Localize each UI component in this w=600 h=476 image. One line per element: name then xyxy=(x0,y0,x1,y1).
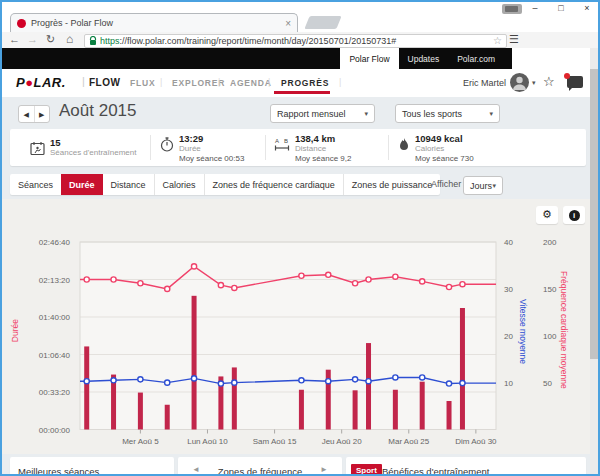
Vitesse moyenne-point[interactable] xyxy=(299,378,304,383)
Vitesse moyenne-point[interactable] xyxy=(111,378,116,383)
sport-badge[interactable]: Sport xyxy=(351,464,382,476)
Fréquence cardiaque moyenne-point[interactable] xyxy=(165,286,170,291)
flow-brand[interactable]: FLOW xyxy=(89,77,120,88)
duration-bar[interactable] xyxy=(366,343,371,429)
Vitesse moyenne-point[interactable] xyxy=(352,377,357,382)
stat-sessions: 15Séances d'entraînement xyxy=(30,134,136,158)
Vitesse moyenne-point[interactable] xyxy=(84,379,89,384)
url-text: https://flow.polar.com/training/report/t… xyxy=(100,36,490,46)
x-tick-label: Sam Aoû 15 xyxy=(245,437,305,446)
Fréquence cardiaque moyenne-point[interactable] xyxy=(446,284,451,289)
Fréquence cardiaque moyenne-point[interactable] xyxy=(138,281,143,286)
zones-next-icon[interactable]: ► xyxy=(320,465,328,474)
month-pager: ◀ ▶ xyxy=(18,105,50,123)
Vitesse moyenne-point[interactable] xyxy=(420,375,425,380)
Fréquence cardiaque moyenne-point[interactable] xyxy=(111,277,116,282)
Fréquence cardiaque moyenne-point[interactable] xyxy=(218,283,223,288)
stat-value: 10949 kcal xyxy=(415,134,474,144)
reload-icon[interactable]: ↻ xyxy=(46,32,55,47)
toplink-polar-flow[interactable]: Polar Flow xyxy=(340,48,398,69)
duration-bar[interactable] xyxy=(420,382,425,430)
forward-icon[interactable]: → xyxy=(27,32,38,47)
display-unit-value: Jours xyxy=(470,181,492,191)
maximize-button[interactable]: □ xyxy=(552,2,570,15)
Vitesse moyenne-point[interactable] xyxy=(460,380,465,385)
stat-label: Distance xyxy=(295,144,351,154)
Fréquence cardiaque moyenne-point[interactable] xyxy=(460,282,465,287)
user-caret-icon[interactable]: ▾ xyxy=(532,79,536,87)
tab-distance[interactable]: Distance xyxy=(103,174,154,195)
nav-item-flux[interactable]: FLUX xyxy=(130,78,155,88)
tab-close-icon[interactable]: × xyxy=(285,18,291,29)
Vitesse moyenne-point[interactable] xyxy=(446,381,451,386)
stat-value: 13:29 xyxy=(179,134,244,144)
best-sessions-panel[interactable]: Meilleures séances xyxy=(10,457,174,476)
duration-bar[interactable] xyxy=(299,390,304,430)
page-title: Août 2015 xyxy=(59,101,137,121)
Vitesse moyenne-point[interactable] xyxy=(191,376,196,381)
Fréquence cardiaque moyenne-point[interactable] xyxy=(191,264,196,269)
stat-sub: Moy séance 730 xyxy=(415,154,474,164)
prev-month-button[interactable]: ◀ xyxy=(19,106,35,122)
Vitesse moyenne-point[interactable] xyxy=(232,380,237,385)
hr-tick-label: 50 xyxy=(543,379,552,388)
nav-item-progres[interactable]: PROGRÈS xyxy=(281,78,329,88)
Vitesse moyenne-point[interactable] xyxy=(393,375,398,380)
Fréquence cardiaque moyenne-point[interactable] xyxy=(326,272,331,277)
back-icon[interactable]: ← xyxy=(9,32,20,47)
Vitesse moyenne-point[interactable] xyxy=(326,379,331,384)
sport-filter-select[interactable]: Tous les sports ▾ xyxy=(395,104,500,123)
user-name[interactable]: Eric Martel xyxy=(463,78,506,88)
toplink-polar-com[interactable]: Polar.com xyxy=(448,48,504,69)
avatar[interactable] xyxy=(510,73,529,92)
tab-zones-puissance[interactable]: Zones de puissance xyxy=(343,174,441,195)
x-tick-label: Jeu Aoû 20 xyxy=(312,437,372,446)
feedback-chat-icon[interactable] xyxy=(567,76,583,88)
minimize-button[interactable]: – xyxy=(526,2,544,15)
Fréquence cardiaque moyenne-point[interactable] xyxy=(352,281,357,286)
browser-menu-icon[interactable]: ☰ xyxy=(509,32,519,47)
Vitesse moyenne-point[interactable] xyxy=(165,380,170,385)
Fréquence cardiaque moyenne-point[interactable] xyxy=(366,277,371,282)
tab-duree[interactable]: Durée xyxy=(61,174,103,195)
Vitesse moyenne-point[interactable] xyxy=(366,379,371,384)
duration-bar[interactable] xyxy=(393,390,398,430)
Vitesse moyenne-point[interactable] xyxy=(218,381,223,386)
duration-bar[interactable] xyxy=(232,367,237,429)
duration-bar[interactable] xyxy=(447,401,452,430)
duration-bar[interactable] xyxy=(460,308,465,430)
close-button[interactable]: × xyxy=(578,2,596,15)
next-month-button[interactable]: ▶ xyxy=(35,106,50,122)
duration-tick-label: 00:00:00 xyxy=(22,426,70,435)
url-bar[interactable]: https://flow.polar.com/training/report/t… xyxy=(84,34,507,48)
new-tab-button[interactable] xyxy=(304,16,341,29)
display-unit-select[interactable]: Jours ▾ xyxy=(463,176,503,195)
Fréquence cardiaque moyenne-point[interactable] xyxy=(84,277,89,282)
Fréquence cardiaque moyenne-point[interactable] xyxy=(420,279,425,284)
bookmark-star-icon[interactable]: ☆ xyxy=(493,35,502,46)
scrollbar-thumb[interactable] xyxy=(590,69,598,359)
favorites-star-icon[interactable]: ☆ xyxy=(543,74,555,89)
stat-duration: 13:29DuréeMoy séance 00:53 xyxy=(160,134,244,163)
Fréquence cardiaque moyenne-point[interactable] xyxy=(232,285,237,290)
tab-seances[interactable]: Séances xyxy=(10,174,61,195)
x-tick-label: Mar Aoû 25 xyxy=(379,437,439,446)
polar-logo[interactable]: P●LAR. xyxy=(16,75,66,90)
toplink-updates[interactable]: Updates xyxy=(399,48,449,69)
tab-zones-fc[interactable]: Zones de fréquence cardiaque xyxy=(204,174,343,195)
duration-tick-label: 02:13:20 xyxy=(22,276,70,285)
Fréquence cardiaque moyenne-point[interactable] xyxy=(299,273,304,278)
divider xyxy=(150,135,151,160)
duration-bar[interactable] xyxy=(165,405,170,430)
duration-bar[interactable] xyxy=(353,390,358,429)
duration-bar[interactable] xyxy=(192,296,197,430)
Fréquence cardiaque moyenne-point[interactable] xyxy=(393,274,398,279)
browser-tab[interactable]: Progrès - Polar Flow × xyxy=(10,13,298,32)
duration-bar[interactable] xyxy=(138,393,143,430)
Vitesse moyenne-point[interactable] xyxy=(138,377,143,382)
tab-calories[interactable]: Calories xyxy=(154,174,204,195)
duration-bar[interactable] xyxy=(84,346,89,429)
nav-item-agenda[interactable]: AGENDA xyxy=(230,78,272,88)
home-icon[interactable]: ⌂ xyxy=(66,32,73,47)
report-type-select[interactable]: Rapport mensuel ▾ xyxy=(270,104,375,123)
